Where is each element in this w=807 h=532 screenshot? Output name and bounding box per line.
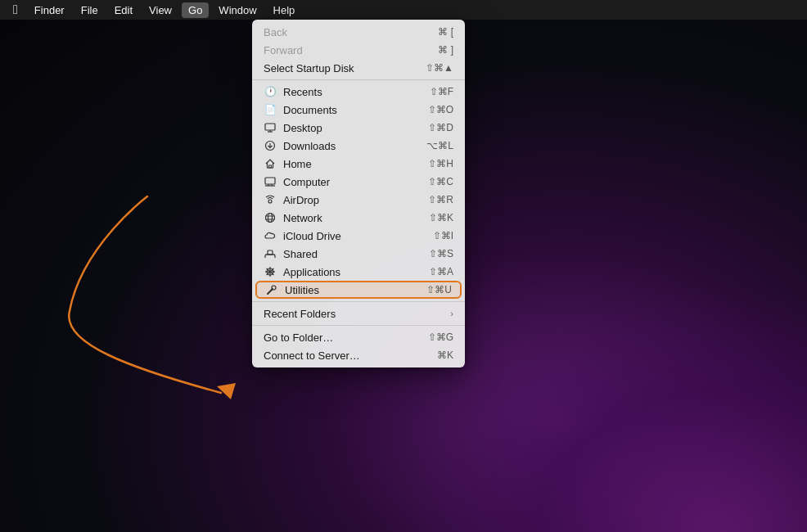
menu-item-utilities[interactable]: Utilities ⇧⌘U: [255, 281, 462, 299]
home-icon: [264, 157, 277, 170]
menu-item-home[interactable]: Home ⇧⌘H: [252, 155, 465, 173]
airdrop-icon: [264, 193, 277, 206]
window-menu[interactable]: Window: [212, 2, 263, 18]
go-menu-trigger[interactable]: Go: [182, 2, 209, 18]
menu-item-downloads[interactable]: Downloads ⌥⌘L: [252, 137, 465, 155]
menu-item-desktop[interactable]: Desktop ⇧⌘D: [252, 119, 465, 137]
menu-item-go-to-folder[interactable]: Go to Folder… ⇧⌘G: [252, 328, 465, 346]
svg-line-25: [271, 290, 273, 291]
utilities-icon: [265, 283, 278, 296]
menu-item-forward[interactable]: Forward ⌘ ]: [252, 41, 465, 59]
menu-item-connect-server[interactable]: Connect to Server… ⌘K: [252, 346, 465, 364]
apple-menu[interactable]: : [7, 2, 25, 17]
menu-item-startup-disk[interactable]: Select Startup Disk ⇧⌘▲: [252, 59, 465, 77]
svg-point-12: [266, 214, 275, 223]
svg-rect-7: [265, 178, 275, 184]
menu-item-recents[interactable]: 🕐 Recents ⇧⌘F: [252, 83, 465, 101]
network-icon: [264, 211, 277, 224]
svg-point-11: [268, 200, 272, 203]
desktop-icon: [264, 121, 277, 134]
svg-marker-0: [217, 383, 236, 399]
arrow-annotation: [33, 180, 262, 413]
separator-2: [252, 301, 465, 302]
recents-icon: 🕐: [264, 85, 277, 98]
go-dropdown-menu: Back ⌘ [ Forward ⌘ ] Select Startup Disk…: [252, 20, 465, 367]
svg-rect-6: [269, 165, 272, 168]
menu-item-back[interactable]: Back ⌘ [: [252, 23, 465, 41]
separator-1: [252, 79, 465, 80]
svg-rect-16: [268, 250, 273, 255]
separator-3: [252, 325, 465, 326]
submenu-chevron: ›: [450, 309, 453, 318]
downloads-icon: [264, 139, 277, 152]
menu-item-documents[interactable]: 📄 Documents ⇧⌘O: [252, 101, 465, 119]
menu-item-airdrop[interactable]: AirDrop ⇧⌘R: [252, 191, 465, 209]
svg-point-13: [268, 214, 273, 223]
finder-menu[interactable]: Finder: [28, 2, 71, 18]
view-menu[interactable]: View: [142, 2, 178, 18]
menu-item-network[interactable]: Network ⇧⌘K: [252, 209, 465, 227]
menu-item-recent-folders[interactable]: Recent Folders ›: [252, 304, 465, 322]
help-menu[interactable]: Help: [267, 2, 302, 18]
applications-icon: [264, 265, 277, 278]
edit-menu[interactable]: Edit: [108, 2, 139, 18]
menu-item-icloud-drive[interactable]: iCloud Drive ⇧⌘I: [252, 227, 465, 245]
menubar:  Finder File Edit View Go Window Help: [0, 0, 807, 20]
icloud-icon: [264, 229, 277, 242]
computer-icon: [264, 175, 277, 188]
svg-rect-1: [265, 124, 275, 130]
menu-item-applications[interactable]: Applications ⇧⌘A: [252, 263, 465, 281]
documents-icon: 📄: [264, 103, 277, 116]
file-menu[interactable]: File: [74, 2, 105, 18]
shared-icon: [264, 247, 277, 260]
menu-item-shared[interactable]: Shared ⇧⌘S: [252, 245, 465, 263]
menu-item-computer[interactable]: Computer ⇧⌘C: [252, 173, 465, 191]
